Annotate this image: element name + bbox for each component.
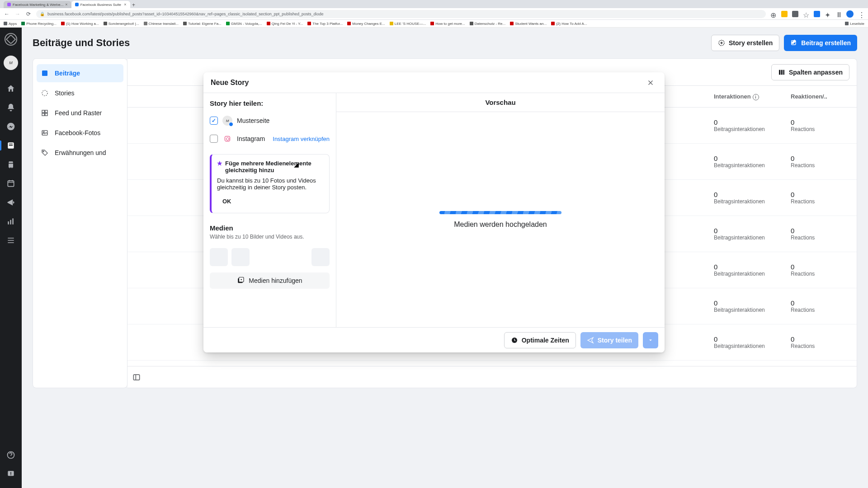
media-thumb-placeholder[interactable] [210,248,228,266]
send-icon [587,337,594,344]
chevron-down-icon [648,338,653,343]
star-icon: ★ [217,160,222,174]
clock-icon [511,337,518,344]
instagram-icon [222,134,232,144]
checkbox-unchecked[interactable] [210,135,218,143]
share-story-button[interactable]: Story teilen [580,332,638,348]
media-section: Medien Wähle bis zu 10 Bilder und Videos… [203,218,336,246]
tip-card: ★Füge mehrere Medienelemente gleichzeiti… [210,154,330,213]
cursor-icon: ◢ [294,161,299,168]
image-plus-icon [237,277,245,285]
share-target-instagram[interactable]: Instagram Instagram verknüpfen [210,130,330,148]
button-label: Optimale Zeiten [522,337,569,344]
modal-header: Neue Story [203,72,665,93]
media-heading: Medien [210,224,330,232]
modal-right-panel: Vorschau Medien werden hochgeladen [336,93,665,327]
share-target-facebook[interactable]: M Musterseite [210,112,330,130]
optimal-times-button[interactable]: Optimale Zeiten [504,332,576,348]
tip-ok-button[interactable]: OK [217,195,237,207]
media-thumbs [203,246,336,271]
share-label: Musterseite [237,117,269,124]
tip-body: Du kannst bis zu 10 Fotos und Videos gle… [217,177,324,191]
tip-title-text: Füge mehrere Medienelemente gleichzeitig… [225,160,324,174]
upload-progress [439,211,561,214]
modal-footer: Optimale Zeiten Story teilen [203,327,665,352]
add-media-button[interactable]: Medien hinzufügen [210,272,330,289]
modal-left-panel: Story hier teilen: M Musterseite Instagr… [203,93,336,327]
share-label: Instagram [237,135,265,142]
button-label: Medien hinzufügen [249,277,302,284]
new-story-modal: Neue Story Story hier teilen: M Musterse… [203,72,665,352]
preview-heading: Vorschau [336,93,665,112]
checkbox-checked[interactable] [210,117,218,125]
modal-title: Neue Story [211,79,249,87]
close-icon [646,79,655,87]
button-label: Story teilen [598,337,632,344]
upload-status: Medien werden hochgeladen [454,221,547,229]
share-dropdown-button[interactable] [643,332,658,348]
preview-body: Medien werden hochgeladen [336,112,665,327]
share-section: Story hier teilen: M Musterseite Instagr… [203,93,336,150]
media-subheading: Wähle bis zu 10 Bilder und Videos aus. [210,234,330,240]
close-button[interactable] [644,76,657,89]
modal-backdrop: Neue Story Story hier teilen: M Musterse… [0,0,868,488]
share-heading: Story hier teilen: [210,99,330,107]
media-thumb-placeholder[interactable] [311,248,330,266]
link-instagram[interactable]: Instagram verknüpfen [273,136,330,142]
tip-title: ★Füge mehrere Medienelemente gleichzeiti… [217,160,324,174]
modal-body: Story hier teilen: M Musterseite Instagr… [203,93,665,327]
media-thumb-placeholder[interactable] [231,248,250,266]
facebook-badge-icon [229,122,233,127]
page-avatar-icon: M [222,116,232,126]
